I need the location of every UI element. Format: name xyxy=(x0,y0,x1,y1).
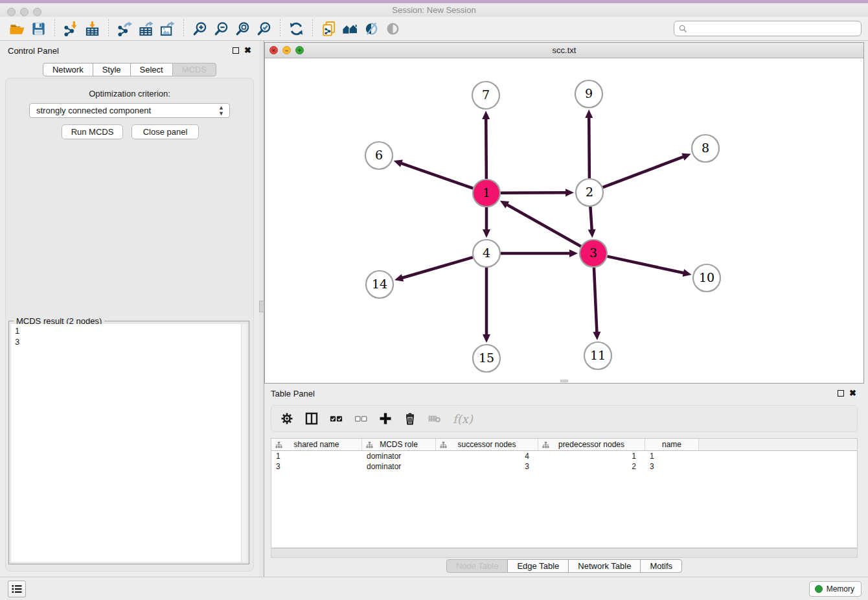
zoom-in-icon[interactable] xyxy=(191,20,209,38)
node-table: shared nameMCDS rolesuccessor nodesprede… xyxy=(271,438,858,548)
float-table-panel-icon[interactable] xyxy=(838,390,844,397)
task-history-button[interactable] xyxy=(8,581,26,597)
apply-layout-icon[interactable] xyxy=(288,20,305,38)
import-network-icon[interactable] xyxy=(62,20,80,38)
column-header-predecessor-nodes[interactable]: predecessor nodes xyxy=(538,439,645,450)
graph-edge-1-7[interactable] xyxy=(486,117,486,179)
cell-shared-name[interactable]: 3 xyxy=(271,461,362,472)
tab-mcds[interactable]: MCDS xyxy=(172,63,216,76)
table-toolbar: f(x) xyxy=(271,405,858,432)
column-header-name[interactable]: name xyxy=(645,439,699,450)
criterion-label: Optimization criterion: xyxy=(6,89,253,98)
select-all-icon[interactable] xyxy=(330,412,343,425)
import-table-icon[interactable] xyxy=(84,20,101,38)
network-canvas[interactable]: 1234678910111415 xyxy=(265,58,863,383)
graph-edge-1-2[interactable] xyxy=(501,192,567,193)
cell-successor-nodes[interactable]: 4 xyxy=(436,451,538,461)
tab-edge-table[interactable]: Edge Table xyxy=(507,559,569,573)
search-field[interactable] xyxy=(674,21,862,36)
graph-edge-2-8[interactable] xyxy=(603,156,685,187)
cell-MCDS-role[interactable]: dominator xyxy=(362,461,436,472)
export-image-icon[interactable] xyxy=(159,20,176,38)
table-row-2[interactable]: 3dominator323 xyxy=(271,461,857,472)
chevron-updown-icon: ▲▼ xyxy=(218,105,224,117)
graph-edge-arrowhead xyxy=(565,189,574,196)
function-builder-icon[interactable]: f(x) xyxy=(453,412,473,426)
cell-successor-nodes[interactable]: 3 xyxy=(436,461,538,472)
table-header-row: shared nameMCDS rolesuccessor nodesprede… xyxy=(271,439,857,451)
graph-edge-3-11[interactable] xyxy=(594,268,597,334)
graph-edge-2-9[interactable] xyxy=(589,116,589,178)
column-icon[interactable] xyxy=(305,412,318,425)
cell-name[interactable]: 1 xyxy=(645,451,699,461)
open-session-icon[interactable] xyxy=(8,20,26,38)
toolbar-separator xyxy=(183,19,184,38)
cell-predecessor-nodes[interactable]: 1 xyxy=(538,451,645,461)
tab-motifs[interactable]: Motifs xyxy=(640,559,682,573)
tab-style[interactable]: Style xyxy=(93,63,131,76)
cell-predecessor-nodes[interactable]: 2 xyxy=(538,461,645,472)
delete-table-icon[interactable] xyxy=(428,412,441,425)
cell-shared-name[interactable]: 1 xyxy=(271,451,362,461)
graph-edge-3-1[interactable] xyxy=(506,204,581,247)
close-panel-icon[interactable]: ✖ xyxy=(244,47,251,54)
add-column-icon[interactable] xyxy=(379,412,392,425)
graph-edge-1-6[interactable] xyxy=(400,163,473,189)
gear-icon[interactable] xyxy=(280,412,293,425)
save-session-icon[interactable] xyxy=(30,20,47,38)
zoom-out-icon[interactable] xyxy=(212,20,230,38)
column-header-successor-nodes[interactable]: successor nodes xyxy=(436,439,538,450)
graph-edge-arrowhead xyxy=(482,111,490,119)
panel-divider[interactable] xyxy=(259,41,264,577)
tab-node-table[interactable]: Node Table xyxy=(446,559,508,573)
graph-node-label-14: 14 xyxy=(372,277,387,291)
graph-node-label-7: 7 xyxy=(482,87,490,102)
export-table-icon[interactable] xyxy=(137,20,155,38)
graph-edge-4-14[interactable] xyxy=(401,257,473,278)
clone-network-icon[interactable] xyxy=(320,20,337,38)
list-icon xyxy=(11,584,23,594)
result-scrollbar[interactable] xyxy=(241,324,247,562)
criterion-value: strongly connected component xyxy=(36,106,151,115)
network-window-titlebar[interactable]: × – + scc.txt xyxy=(265,43,863,58)
memory-button[interactable]: Memory xyxy=(809,581,862,597)
unselect-all-icon[interactable] xyxy=(354,412,367,425)
cell-name[interactable]: 3 xyxy=(645,461,699,472)
column-header-MCDS-role[interactable]: MCDS role xyxy=(362,439,436,450)
graph-edge-arrowhead xyxy=(569,249,578,257)
hierarchy-icon xyxy=(542,441,549,448)
cell-MCDS-role[interactable]: dominator xyxy=(362,451,436,461)
table-hscrollbar[interactable] xyxy=(271,548,858,558)
style-preview-icon[interactable] xyxy=(363,20,380,38)
table-panel: Table Panel ✖ xyxy=(264,386,864,577)
criterion-dropdown[interactable]: strongly connected component ▲▼ xyxy=(29,103,230,118)
export-network-icon[interactable] xyxy=(116,20,133,38)
toolbar-separator xyxy=(312,19,313,38)
delete-icon[interactable] xyxy=(404,412,417,425)
app-titlebar: Session: New Session xyxy=(0,0,868,17)
graph-edge-3-10[interactable] xyxy=(607,257,685,273)
hide-preview-icon[interactable] xyxy=(384,20,402,38)
main-toolbar xyxy=(0,17,868,41)
open-in-browser-icon[interactable] xyxy=(341,20,359,38)
graph-node-label-3: 3 xyxy=(589,246,597,260)
mcds-result-text[interactable]: 1 3 xyxy=(11,324,247,562)
graph-node-label-2: 2 xyxy=(586,185,593,199)
float-panel-icon[interactable] xyxy=(233,47,239,54)
close-table-panel-icon[interactable]: ✖ xyxy=(849,389,856,397)
close-panel-button[interactable]: Close panel xyxy=(131,124,199,139)
run-mcds-button[interactable]: Run MCDS xyxy=(62,124,123,139)
graph-edge-2-3[interactable] xyxy=(590,207,591,231)
graph-node-label-15: 15 xyxy=(479,351,494,365)
toolbar-separator xyxy=(108,19,109,38)
table-row-1[interactable]: 1dominator411 xyxy=(271,451,857,461)
tab-network[interactable]: Network xyxy=(43,63,93,76)
column-header-shared-name[interactable]: shared name xyxy=(271,439,362,450)
search-input[interactable] xyxy=(690,22,858,35)
zoom-selected-icon[interactable] xyxy=(255,20,273,38)
tab-select[interactable]: Select xyxy=(130,63,173,76)
window-resize-grip[interactable] xyxy=(560,380,568,382)
zoom-fit-icon[interactable] xyxy=(234,20,251,38)
divider-grip[interactable] xyxy=(259,301,264,312)
tab-network-table[interactable]: Network Table xyxy=(568,559,641,573)
